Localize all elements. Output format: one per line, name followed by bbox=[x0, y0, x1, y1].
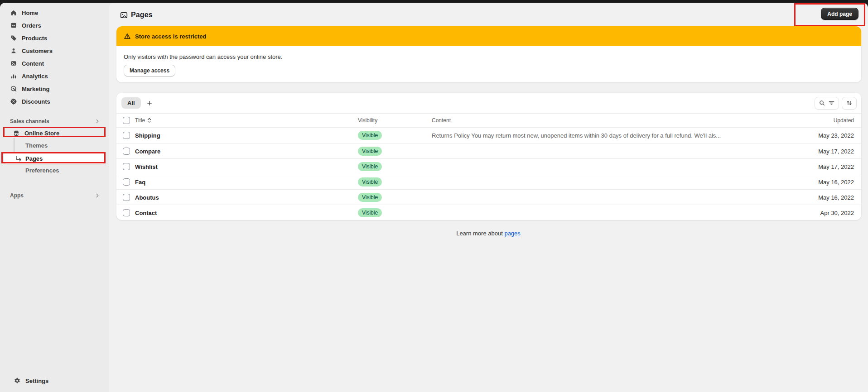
sidebar-item-home[interactable]: Home bbox=[4, 6, 105, 19]
search-filter-button[interactable] bbox=[815, 97, 839, 110]
storefront-icon bbox=[13, 129, 20, 137]
row-checkbox[interactable] bbox=[123, 209, 130, 216]
table-row[interactable]: Faq Visible May 16, 2022 bbox=[116, 174, 861, 189]
sidebar-item-settings[interactable]: Settings bbox=[4, 375, 105, 386]
nav-item-label: Products bbox=[22, 35, 47, 42]
sidebar-section-apps[interactable]: Apps bbox=[4, 190, 105, 201]
pages-icon bbox=[120, 11, 128, 19]
products-icon bbox=[10, 34, 17, 42]
visibility-badge: Visible bbox=[358, 162, 382, 171]
nav-item-label: Analytics bbox=[22, 73, 48, 80]
page-title-link[interactable]: Faq bbox=[135, 178, 145, 185]
bend-arrow-icon bbox=[15, 155, 22, 163]
table-toolbar: All bbox=[116, 93, 861, 113]
sidebar-item-themes[interactable]: Themes bbox=[4, 141, 105, 150]
page-updated-date: May 16, 2022 bbox=[818, 178, 854, 185]
sidebar-item-products[interactable]: Products bbox=[4, 32, 105, 44]
chevron-right-icon bbox=[94, 118, 101, 124]
page-updated-date: May 16, 2022 bbox=[818, 194, 854, 201]
sidebar-item-pages[interactable]: Pages bbox=[4, 153, 105, 164]
table-row[interactable]: Shipping Visible Returns Policy You may … bbox=[116, 128, 861, 143]
discounts-icon bbox=[10, 98, 17, 105]
apps-label: Apps bbox=[10, 192, 24, 199]
marketing-icon bbox=[10, 85, 17, 92]
page-title-link[interactable]: Aboutus bbox=[135, 194, 159, 201]
row-checkbox[interactable] bbox=[123, 148, 130, 155]
learn-more-text: Learn more about bbox=[456, 230, 503, 237]
pages-table-body: Shipping Visible Returns Policy You may … bbox=[116, 128, 861, 220]
add-view-button[interactable] bbox=[144, 97, 155, 109]
nav-item-label: Content bbox=[22, 60, 44, 67]
row-checkbox[interactable] bbox=[123, 132, 130, 139]
content-icon bbox=[10, 60, 17, 67]
column-header-content: Content bbox=[432, 117, 451, 124]
page-updated-date: May 17, 2022 bbox=[818, 148, 854, 154]
sidebar-item-customers[interactable]: Customers bbox=[4, 44, 105, 57]
row-checkbox[interactable] bbox=[123, 163, 130, 170]
visibility-badge: Visible bbox=[358, 131, 382, 140]
orders-icon bbox=[10, 22, 17, 29]
manage-access-button[interactable]: Manage access bbox=[124, 65, 175, 76]
settings-label: Settings bbox=[25, 378, 48, 384]
sidebar-section-sales-channels[interactable]: Sales channels bbox=[4, 117, 105, 126]
warning-icon bbox=[124, 33, 131, 40]
sidebar-item-orders[interactable]: Orders bbox=[4, 19, 105, 32]
banner-header: Store access is restricted bbox=[116, 26, 861, 46]
search-icon bbox=[819, 100, 825, 106]
nav-item-label: Discounts bbox=[22, 98, 50, 105]
nav-item-label: Orders bbox=[22, 22, 41, 29]
visibility-badge: Visible bbox=[358, 193, 382, 202]
page-updated-date: Apr 30, 2022 bbox=[820, 209, 854, 216]
sidebar-item-content[interactable]: Content bbox=[4, 57, 105, 70]
table-row[interactable]: Aboutus Visible May 16, 2022 bbox=[116, 189, 861, 205]
sidebar: Home Orders Products Customers Content A… bbox=[0, 3, 109, 392]
title-column-label: Title bbox=[135, 117, 145, 124]
sidebar-item-discounts[interactable]: Discounts bbox=[4, 95, 105, 108]
main-content: Pages Add page Store access is restricte… bbox=[109, 3, 868, 392]
row-checkbox[interactable] bbox=[123, 178, 130, 186]
table-header-row: Title Visibility Content Updated bbox=[116, 113, 861, 128]
table-row[interactable]: Compare Visible May 17, 2022 bbox=[116, 143, 861, 158]
banner-message: Only visitors with the password can acce… bbox=[124, 53, 854, 60]
sidebar-item-online-store[interactable]: Online Store bbox=[4, 128, 105, 138]
pages-label: Pages bbox=[25, 155, 43, 162]
visibility-badge: Visible bbox=[358, 147, 382, 156]
filter-icon bbox=[828, 100, 835, 106]
page-title-link[interactable]: Contact bbox=[135, 209, 157, 216]
column-header-updated: Updated bbox=[834, 117, 854, 124]
restricted-access-banner: Store access is restricted Only visitors… bbox=[116, 26, 861, 82]
nav-item-label: Marketing bbox=[22, 86, 49, 92]
add-page-button[interactable]: Add page bbox=[821, 8, 858, 20]
online-store-label: Online Store bbox=[24, 130, 59, 137]
column-header-title[interactable]: Title bbox=[135, 117, 151, 124]
tab-all[interactable]: All bbox=[121, 97, 141, 109]
preferences-label: Preferences bbox=[25, 167, 59, 174]
sidebar-item-preferences[interactable]: Preferences bbox=[4, 166, 105, 175]
table-row[interactable]: Contact Visible Apr 30, 2022 bbox=[116, 205, 861, 220]
pages-help-link[interactable]: pages bbox=[504, 230, 520, 237]
page-title-link[interactable]: Shipping bbox=[135, 132, 160, 139]
sort-arrows-icon bbox=[846, 100, 853, 106]
page-updated-date: May 23, 2022 bbox=[818, 132, 854, 139]
nav-item-label: Customers bbox=[22, 48, 53, 54]
page-updated-date: May 17, 2022 bbox=[818, 163, 854, 170]
app-shell: Home Orders Products Customers Content A… bbox=[0, 3, 868, 392]
table-row[interactable]: Wishlist Visible May 17, 2022 bbox=[116, 158, 861, 174]
page-title-link[interactable]: Compare bbox=[135, 148, 160, 154]
visibility-badge: Visible bbox=[358, 208, 382, 217]
banner-title: Store access is restricted bbox=[135, 33, 207, 40]
page-title-link[interactable]: Wishlist bbox=[135, 163, 158, 170]
page-title: Pages bbox=[131, 11, 153, 19]
page-content-preview: Returns Policy You may return most new, … bbox=[432, 132, 721, 139]
visibility-badge: Visible bbox=[358, 177, 382, 186]
select-all-checkbox[interactable] bbox=[123, 117, 130, 124]
plus-icon bbox=[146, 100, 153, 106]
sales-channels-label: Sales channels bbox=[10, 118, 49, 124]
sidebar-item-marketing[interactable]: Marketing bbox=[4, 82, 105, 95]
gear-icon bbox=[14, 377, 21, 384]
customers-icon bbox=[10, 47, 17, 54]
sidebar-item-analytics[interactable]: Analytics bbox=[4, 70, 105, 82]
sort-button[interactable] bbox=[842, 97, 857, 110]
column-header-visibility: Visibility bbox=[358, 117, 377, 124]
row-checkbox[interactable] bbox=[123, 194, 130, 201]
